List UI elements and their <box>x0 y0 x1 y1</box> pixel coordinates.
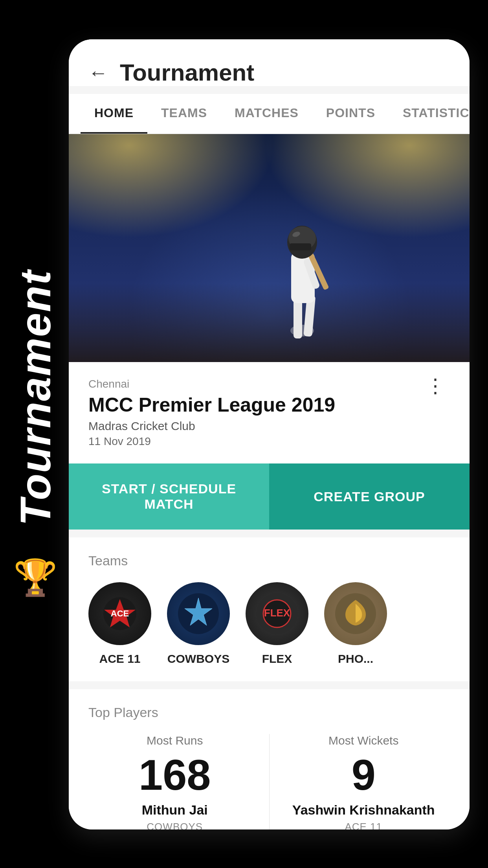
team-logo-cowboys <box>167 582 230 645</box>
top-players-section: Top Players Most Runs 168 Mithun Jai COW… <box>69 689 470 829</box>
most-wickets-team: ACE 11 <box>277 821 450 829</box>
trophy-icon: 🏆 <box>13 557 57 598</box>
tournament-location: Chennai <box>88 378 335 390</box>
team-item-cowboys[interactable]: COWBOYS <box>167 582 230 666</box>
back-button[interactable]: ← <box>88 61 108 84</box>
team-item-flex[interactable]: FLEX FLEX <box>246 582 308 666</box>
team-name-ace11: ACE 11 <box>99 652 140 666</box>
nav-tabs: HOME TEAMS MATCHES POINTS STATISTICS <box>69 94 470 134</box>
tab-matches[interactable]: MATCHES <box>221 94 312 134</box>
schedule-match-button[interactable]: START / SCHEDULE MATCH <box>69 463 269 530</box>
most-wickets-player: Yashwin Krishnakanth <box>277 802 450 818</box>
tournament-name: MCC Premier League 2019 <box>88 394 335 416</box>
tab-teams[interactable]: TEAMS <box>147 94 221 134</box>
most-runs-label: Most Runs <box>88 734 261 747</box>
svg-rect-1 <box>294 299 302 338</box>
app-header: ← Tournament <box>69 39 470 86</box>
most-wickets-stat: Most Wickets 9 Yashwin Krishnakanth ACE … <box>277 734 450 829</box>
tab-home[interactable]: HOME <box>81 94 147 134</box>
tournament-date: 11 Nov 2019 <box>88 435 335 448</box>
header-title: Tournament <box>120 59 254 86</box>
team-name-pho: PHO... <box>338 652 373 666</box>
team-logo-ace11: ACE <box>88 582 151 645</box>
tournament-org: Madras Cricket Club <box>88 419 335 433</box>
sidebar-tournament-text: Tournament <box>14 270 57 526</box>
tab-statistics[interactable]: STATISTICS <box>389 94 470 134</box>
most-runs-player: Mithun Jai <box>88 802 261 818</box>
team-name-cowboys: COWBOYS <box>167 652 229 666</box>
most-runs-team: COWBOYS <box>88 821 261 829</box>
team-item-pho[interactable]: PHO... <box>324 582 387 666</box>
action-buttons: START / SCHEDULE MATCH CREATE GROUP <box>69 463 470 530</box>
create-group-button[interactable]: CREATE GROUP <box>269 463 470 530</box>
svg-text:ACE: ACE <box>111 609 129 618</box>
phone-frame: ← Tournament HOME TEAMS MATCHES POINTS S… <box>69 39 470 829</box>
most-wickets-value: 9 <box>277 753 450 796</box>
cricket-player-illustration <box>247 181 357 346</box>
top-players-title: Top Players <box>88 705 450 720</box>
team-logo-pho <box>324 582 387 645</box>
most-wickets-label: Most Wickets <box>277 734 450 747</box>
tab-points[interactable]: POINTS <box>312 94 389 134</box>
most-runs-stat: Most Runs 168 Mithun Jai COWBOYS <box>88 734 261 829</box>
teams-section: Teams ACE ACE 11 <box>69 537 470 681</box>
players-grid: Most Runs 168 Mithun Jai COWBOYS Most Wi… <box>88 734 450 829</box>
stats-divider <box>269 734 270 829</box>
tournament-info: Chennai MCC Premier League 2019 Madras C… <box>69 362 470 463</box>
teams-section-title: Teams <box>88 553 450 568</box>
team-item-ace11[interactable]: ACE ACE 11 <box>88 582 151 666</box>
most-runs-value: 168 <box>88 753 261 796</box>
team-logo-flex: FLEX <box>246 582 308 645</box>
svg-text:FLEX: FLEX <box>264 607 290 619</box>
sidebar: Tournament 🏆 <box>0 0 71 868</box>
team-name-flex: FLEX <box>262 652 292 666</box>
teams-list: ACE ACE 11 COWBOYS <box>88 582 450 666</box>
svg-rect-8 <box>290 243 311 250</box>
hero-banner <box>69 134 470 362</box>
more-options-button[interactable]: ⋮ <box>422 378 450 394</box>
